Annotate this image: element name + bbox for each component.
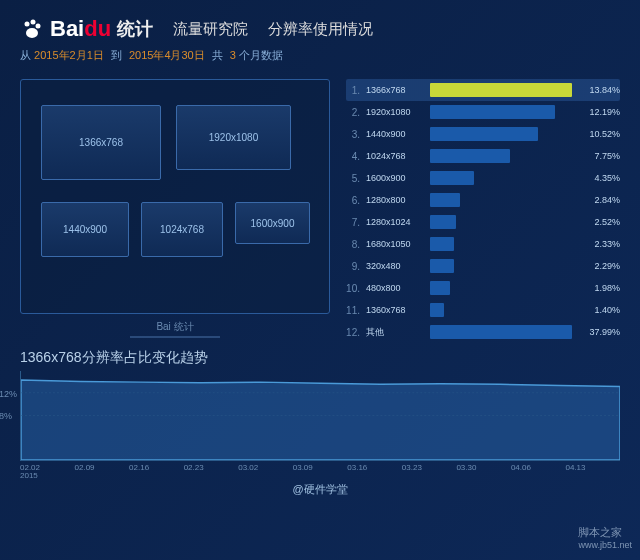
rank-pct: 12.19%	[578, 107, 620, 117]
rank-row: 12. 其他 37.99%	[346, 321, 620, 343]
trend-chart: 12% 8%	[20, 371, 620, 461]
watermark: 脚本之家 www.jb51.net	[578, 525, 632, 550]
rank-row: 5. 1600x900 4.35%	[346, 167, 620, 189]
rank-bar	[430, 149, 510, 163]
rank-num: 9.	[346, 261, 360, 272]
rank-bar	[430, 281, 450, 295]
rank-pct: 1.40%	[578, 305, 620, 315]
rank-label: 1680x1050	[366, 239, 424, 249]
rank-pct: 13.84%	[578, 85, 620, 95]
rank-row: 9. 320x480 2.29%	[346, 255, 620, 277]
rank-pct: 2.33%	[578, 239, 620, 249]
trend-title: 1366x768分辨率占比变化趋势	[20, 349, 620, 367]
rank-num: 12.	[346, 327, 360, 338]
page-title: 分辨率使用情况	[268, 20, 373, 39]
rank-bar	[430, 215, 456, 229]
svg-point-0	[25, 22, 30, 27]
tile-1366: 1366x768	[41, 105, 161, 180]
rank-num: 6.	[346, 195, 360, 206]
logo: Baidu 统计	[20, 16, 153, 42]
x-axis: 02.0202.0902.1602.2303.0203.0903.1603.23…	[20, 461, 620, 472]
rank-bar	[430, 193, 460, 207]
rank-pct: 2.84%	[578, 195, 620, 205]
rank-bar	[430, 303, 444, 317]
date-range: 从 2015年2月1日 到 2015年4月30日 共 3 个月数据	[20, 48, 620, 63]
rank-bar	[430, 171, 474, 185]
subtitle: 流量研究院	[173, 20, 248, 39]
rank-label: 其他	[366, 326, 424, 339]
rank-num: 11.	[346, 305, 360, 316]
rank-num: 8.	[346, 239, 360, 250]
rank-label: 1600x900	[366, 173, 424, 183]
rank-label: 1280x800	[366, 195, 424, 205]
rank-pct: 1.98%	[578, 283, 620, 293]
rank-label: 480x800	[366, 283, 424, 293]
tile-1024: 1024x768	[141, 202, 223, 257]
rank-pct: 10.52%	[578, 129, 620, 139]
ranking-list: 1. 1366x768 13.84%2. 1920x1080 12.19%3. …	[346, 79, 620, 343]
rank-row: 10. 480x800 1.98%	[346, 277, 620, 299]
monitor-stand: Bai 统计	[20, 316, 330, 342]
rank-row: 4. 1024x768 7.75%	[346, 145, 620, 167]
rank-bar	[430, 105, 555, 119]
rank-label: 1440x900	[366, 129, 424, 139]
logo-row: Baidu 统计 流量研究院 分辨率使用情况	[20, 16, 620, 42]
rank-row: 7. 1280x1024 2.52%	[346, 211, 620, 233]
rank-label: 1280x1024	[366, 217, 424, 227]
rank-num: 7.	[346, 217, 360, 228]
logo-text: Bai	[50, 16, 84, 41]
rank-pct: 4.35%	[578, 173, 620, 183]
rank-bar	[430, 237, 454, 251]
rank-label: 320x480	[366, 261, 424, 271]
rank-row: 6. 1280x800 2.84%	[346, 189, 620, 211]
rank-row: 2. 1920x1080 12.19%	[346, 101, 620, 123]
rank-row: 1. 1366x768 13.84%	[346, 79, 620, 101]
footer-credit: @硬件学堂	[0, 482, 640, 497]
tile-1440: 1440x900	[41, 202, 129, 257]
rank-pct: 7.75%	[578, 151, 620, 161]
paw-icon	[20, 17, 44, 41]
rank-num: 2.	[346, 107, 360, 118]
tile-1920: 1920x1080	[176, 105, 291, 170]
monitor-visual: 1366x768 1920x1080 1440x900 1024x768 160…	[20, 79, 330, 343]
rank-bar	[430, 259, 454, 273]
rank-num: 3.	[346, 129, 360, 140]
rank-label: 1360x768	[366, 305, 424, 315]
rank-label: 1920x1080	[366, 107, 424, 117]
rank-bar	[430, 325, 572, 339]
rank-row: 8. 1680x1050 2.33%	[346, 233, 620, 255]
rank-row: 3. 1440x900 10.52%	[346, 123, 620, 145]
logo-suffix: 统计	[117, 17, 153, 41]
rank-bar	[430, 127, 538, 141]
rank-label: 1024x768	[366, 151, 424, 161]
rank-bar	[430, 83, 572, 97]
rank-pct: 2.52%	[578, 217, 620, 227]
rank-num: 4.	[346, 151, 360, 162]
x-year: 2015	[20, 471, 620, 480]
rank-pct: 37.99%	[578, 327, 620, 337]
svg-point-1	[31, 20, 36, 25]
rank-row: 11. 1360x768 1.40%	[346, 299, 620, 321]
svg-point-2	[36, 24, 41, 29]
rank-num: 1.	[346, 85, 360, 96]
svg-point-3	[26, 28, 38, 38]
rank-pct: 2.29%	[578, 261, 620, 271]
rank-num: 10.	[346, 283, 360, 294]
rank-label: 1366x768	[366, 85, 424, 95]
tile-1600: 1600x900	[235, 202, 310, 244]
rank-num: 5.	[346, 173, 360, 184]
